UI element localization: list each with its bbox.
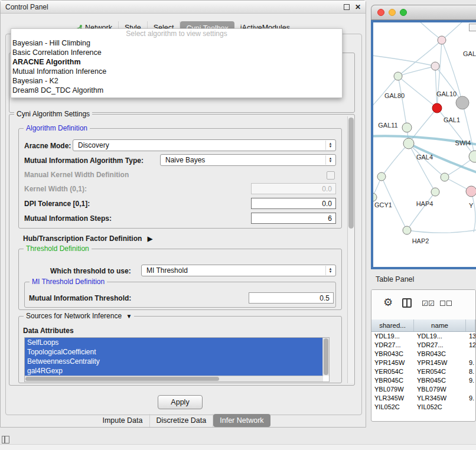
cyni-algorithm-settings-title: Cyni Algorithm Settings (14, 110, 92, 118)
algorithm-option[interactable]: Mutual Information Inference (11, 67, 342, 76)
mi-steps-field[interactable]: 6 (251, 213, 336, 224)
gear-icon[interactable]: ⚙ (383, 296, 393, 309)
apply-button[interactable]: Apply (158, 395, 203, 409)
kernel-width-field: 0.0 (251, 183, 336, 194)
select-all-icon[interactable]: ✓ ✓ (422, 301, 434, 306)
network-node-label: GAL4 (416, 154, 433, 161)
dpi-tolerance-label: DPI Tolerance [0,1]: (24, 200, 90, 208)
network-node[interactable] (431, 62, 439, 70)
table-row[interactable]: YBR045C YBR045C 9. (371, 376, 475, 385)
network-node[interactable] (403, 138, 414, 149)
list-item[interactable]: BetweennessCentrality (25, 357, 322, 366)
column-header-name[interactable]: name (414, 319, 466, 331)
network-node[interactable] (403, 226, 411, 234)
network-node[interactable] (394, 72, 402, 80)
zoom-window-button[interactable] (400, 9, 407, 16)
combo-arrows-icon: ▲▼ (325, 155, 335, 165)
network-graph: GAL80 GAL10 GAL1 GAL11 SWI4 GAL4 GCY1 HA… (373, 22, 476, 267)
table-row[interactable]: YBR043C YBR043C (371, 350, 475, 358)
aracne-mode-value: Discovery (78, 141, 109, 149)
deselect-all-icon[interactable] (440, 301, 452, 306)
list-vertical-scrollbar[interactable] (322, 338, 329, 376)
table-toolbar: ⚙ ✓ ✓ (371, 290, 475, 320)
network-canvas[interactable]: GAL80 GAL10 GAL1 GAL11 SWI4 GAL4 GCY1 HA… (371, 20, 476, 269)
close-window-button[interactable] (377, 9, 384, 16)
algorithm-option[interactable]: Bayesian - Hill Climbing (11, 38, 342, 48)
aracne-mode-label: Aracne Mode: (24, 142, 71, 150)
collapse-right-icon[interactable]: ▶ (148, 235, 152, 242)
table-row[interactable]: YPR145W YPR145W 9. (371, 358, 475, 367)
network-node-label: GAL1 (444, 116, 460, 123)
column-header-shared[interactable]: shared... (371, 319, 414, 331)
which-threshold-select[interactable]: MI Threshold ▲▼ (141, 265, 336, 276)
mi-algorithm-type-select[interactable]: Naive Bayes ▲▼ (160, 154, 336, 166)
tab-discretize-data[interactable]: Discretize Data (150, 414, 214, 427)
collapsed-panel-icon[interactable] (2, 436, 9, 444)
bottom-tabbar: Impute Data Discretize Data Infer Networ… (1, 414, 366, 427)
network-node[interactable] (466, 186, 476, 197)
aracne-mode-select[interactable]: Discovery ▲▼ (73, 139, 336, 151)
data-attributes-label: Data Attributes (23, 327, 74, 335)
minimize-window-button[interactable] (389, 9, 396, 16)
network-node[interactable] (432, 103, 442, 113)
hub-definition-section[interactable]: Hub/Transcription Factor Definition ▶ (23, 234, 152, 243)
network-node[interactable] (438, 36, 446, 44)
network-node[interactable] (373, 193, 377, 201)
network-node-label: GAL10 (436, 90, 457, 97)
mi-threshold-label: Mutual Information Threshold: (29, 294, 131, 302)
table-row[interactable]: YLR345W YLR345W 9. (371, 394, 475, 403)
dpi-tolerance-field[interactable]: 0.0 (251, 198, 336, 209)
network-window-titlebar[interactable] (371, 5, 476, 20)
algorithm-option[interactable]: Dream8 DC_TDC Algorithm (11, 86, 342, 95)
kernel-width-value: 0.0 (322, 185, 332, 193)
close-icon[interactable]: ✕ (355, 4, 361, 10)
settings-scrollbar-thumb[interactable] (348, 118, 354, 229)
algorithm-option-selected[interactable]: ARACNE Algorithm (11, 57, 342, 67)
list-item[interactable]: TopologicalCoefficient (25, 347, 322, 357)
network-node-label: HAP2 (412, 237, 429, 244)
collapse-down-icon[interactable]: ▼ (126, 313, 132, 319)
control-panel-titlebar[interactable]: Control Panel ✕ (1, 1, 366, 14)
mi-threshold-value: 0.5 (319, 294, 330, 302)
network-node-label: Y (469, 202, 474, 209)
mi-threshold-definition-title: MI Threshold Definition (30, 278, 107, 286)
algorithm-dropdown-popup: Select algorithm to view settings Bayesi… (11, 28, 343, 98)
network-node-label: GAL11 (378, 122, 397, 129)
birdseye-corner-widget[interactable] (469, 24, 476, 31)
algorithm-option[interactable]: Bayesian - K2 (11, 76, 342, 86)
network-node[interactable] (377, 172, 386, 181)
column-header-extra[interactable] (466, 319, 475, 331)
table-row[interactable]: YIL052C YIL052C (371, 403, 475, 412)
network-node[interactable] (431, 188, 439, 196)
control-panel-window: Control Panel ✕ Network Style Select Cyn… (0, 0, 366, 428)
table-header: shared... name (371, 319, 475, 332)
which-threshold-label: Which threshold to use: (50, 267, 131, 275)
network-node[interactable] (402, 123, 412, 132)
mi-threshold-field[interactable]: 0.5 (249, 292, 334, 304)
list-item[interactable]: SelfLoops (25, 338, 322, 347)
network-node[interactable] (441, 173, 449, 181)
list-horizontal-scrollbar[interactable] (25, 376, 323, 381)
network-node-label: GAL (463, 50, 476, 57)
table-row[interactable]: YDR27... YDR27... 12 (371, 341, 475, 350)
table-row[interactable]: YDL19... YDL19... 13 (371, 332, 475, 341)
settings-scrollbar[interactable] (347, 116, 354, 383)
table-row[interactable]: YER054C YER054C 8. (371, 367, 475, 376)
network-node[interactable] (456, 96, 469, 109)
dpi-tolerance-value: 0.0 (322, 200, 332, 208)
mi-steps-label: Mutual Information Steps: (24, 214, 112, 223)
network-node-label: GCY1 (374, 201, 392, 208)
network-node-label: HAP4 (416, 200, 433, 207)
table-body: YDL19... YDL19... 13 YDR27... YDR27... 1… (371, 332, 475, 421)
tab-impute-data[interactable]: Impute Data (96, 414, 149, 427)
algorithm-option[interactable]: Basic Correlation Inference (11, 48, 342, 57)
mi-algorithm-type-label: Mutual Information Algorithm Type: (24, 156, 144, 165)
list-item[interactable]: gal4RGexp (25, 366, 322, 376)
tab-infer-network[interactable]: Infer Network (213, 414, 270, 427)
sources-group-title[interactable]: Sources for Network Inference ▼ (24, 312, 134, 320)
columns-icon[interactable] (402, 298, 412, 308)
table-row[interactable]: YBL079W YBL079W (371, 385, 475, 394)
manual-kernel-width-label: Manual Kernel Width Definition (24, 171, 129, 179)
float-window-icon[interactable] (344, 4, 350, 10)
table-panel-title: Table Panel (376, 275, 414, 283)
